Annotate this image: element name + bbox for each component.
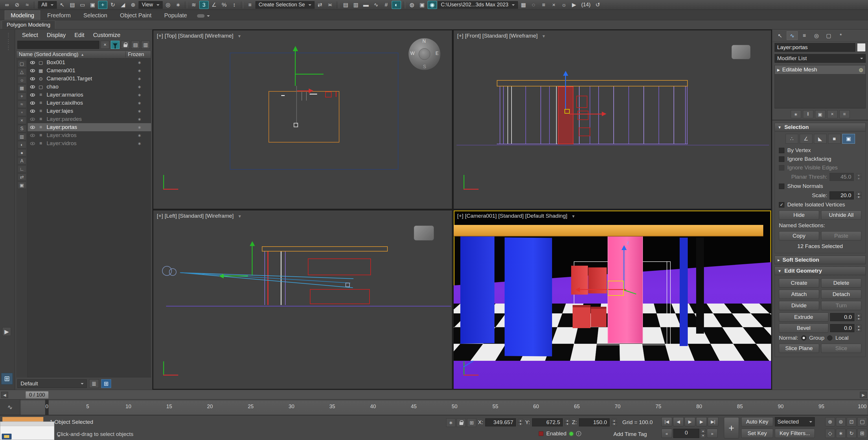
explorer-row[interactable]: ≡Layer:armarios∗ bbox=[28, 91, 151, 99]
compass-west[interactable]: W bbox=[410, 51, 414, 56]
previous-frame-button[interactable]: ◀ bbox=[673, 417, 684, 427]
material-editor-icon[interactable]: ◐ bbox=[392, 1, 401, 9]
object-dark-pillar[interactable] bbox=[696, 238, 704, 334]
display-children-icon[interactable]: ∟ bbox=[18, 165, 26, 173]
tab-polygon-modeling[interactable]: Polygon Modeling bbox=[2, 21, 55, 29]
explorer-grid-toggle-icon[interactable]: ⊞ bbox=[101, 379, 111, 388]
utilities-tab[interactable]: * bbox=[835, 31, 846, 40]
display-shapes-icon[interactable]: △ bbox=[18, 68, 26, 75]
frozen-cell-icon[interactable]: ∗ bbox=[128, 116, 151, 122]
red-cabinet-outline[interactable] bbox=[310, 289, 370, 304]
display-space-warps-icon[interactable]: ≈ bbox=[18, 101, 26, 108]
element-mode-icon[interactable]: ▣ bbox=[842, 134, 855, 144]
explorer-row[interactable]: ▢chao∗ bbox=[28, 83, 151, 91]
motion-tab[interactable]: ◎ bbox=[811, 31, 822, 40]
zoom-extents-icon[interactable]: ⊡ bbox=[846, 417, 857, 427]
y-coordinate-field[interactable]: 672.5 bbox=[532, 418, 563, 427]
ribbon-tab-freeform[interactable]: Freeform bbox=[41, 11, 76, 20]
edge-mode-icon[interactable]: ∠ bbox=[800, 134, 812, 144]
hide-button[interactable]: Hide bbox=[779, 210, 819, 220]
gizmo-x-axis[interactable] bbox=[569, 113, 602, 114]
hierarchy-view-icon[interactable]: ▥ bbox=[141, 41, 150, 49]
ribbon-pill-icon[interactable] bbox=[197, 14, 205, 18]
select-and-rotate-icon[interactable]: ↻ bbox=[108, 1, 118, 9]
wall-column-line[interactable] bbox=[644, 87, 644, 144]
paste-button[interactable]: Paste bbox=[821, 231, 861, 240]
delete-isolated-vertices-checkbox[interactable]: ✓Delete Isolated Vertices bbox=[776, 200, 864, 209]
frozen-cell-icon[interactable]: ∗ bbox=[128, 141, 151, 146]
set-keys-button[interactable]: + bbox=[724, 417, 739, 439]
gizmo-y-axis[interactable] bbox=[295, 51, 296, 86]
select-object-icon[interactable]: ↖ bbox=[58, 1, 67, 9]
gizmo-z-axis[interactable] bbox=[565, 75, 566, 109]
attach-button[interactable]: Attach bbox=[779, 290, 819, 299]
create-button[interactable]: Create bbox=[779, 278, 819, 287]
viewport-front[interactable]: [+] [Front] [Standard] [Wireframe]▼ bbox=[454, 30, 771, 209]
list-view-icon[interactable]: ▤ bbox=[131, 41, 140, 49]
camera-target-box[interactable] bbox=[345, 283, 350, 287]
wall-column-line[interactable] bbox=[500, 87, 500, 144]
clear-search-icon[interactable]: × bbox=[101, 41, 110, 49]
show-normals-checkbox[interactable]: Show Normals bbox=[776, 182, 864, 191]
make-unique-icon[interactable]: ▣ bbox=[815, 110, 826, 118]
slice-button[interactable]: Slice bbox=[821, 344, 861, 353]
angle-snap-icon[interactable]: ∠ bbox=[210, 1, 219, 9]
selection-lock-icon[interactable] bbox=[457, 418, 466, 427]
ribbon-tab-modeling[interactable]: Modeling bbox=[5, 10, 40, 20]
viewport-menu-caret-icon[interactable]: ▼ bbox=[541, 34, 546, 38]
wall-column-line[interactable] bbox=[503, 87, 504, 144]
filter-icon[interactable] bbox=[111, 41, 120, 49]
rollout-selection-header[interactable]: ▼ Selection bbox=[775, 123, 866, 132]
unlink-selection-icon[interactable]: ⊘ bbox=[12, 1, 22, 9]
lights-toggle-icon[interactable]: ☼ bbox=[559, 1, 568, 9]
explorer-row[interactable]: ≡Layer:portas∗ bbox=[28, 123, 151, 131]
select-and-place-icon[interactable]: ⊕ bbox=[128, 1, 138, 9]
wall-column-line[interactable] bbox=[685, 87, 686, 144]
stack-onoff-bulb-icon[interactable]: ◍ bbox=[859, 67, 863, 73]
viewport-top-label[interactable]: [+] [Top] [Standard] [Wireframe]▼ bbox=[157, 33, 241, 39]
viewcube-mini[interactable] bbox=[732, 45, 750, 59]
refresh-icon[interactable]: ↺ bbox=[593, 1, 602, 9]
rollout-edit-geometry-header[interactable]: ▼ Edit Geometry bbox=[775, 267, 866, 275]
display-containers-icon[interactable]: ▥ bbox=[18, 133, 26, 140]
schematic-view-icon[interactable]: # bbox=[382, 1, 391, 9]
turn-button[interactable]: Turn bbox=[821, 301, 861, 310]
object-name-field[interactable]: Layer:portas bbox=[775, 43, 855, 52]
column-frozen[interactable]: Frozen bbox=[125, 52, 151, 58]
red-window-outline[interactable] bbox=[578, 111, 589, 120]
key-filters-button[interactable]: Key Filters... bbox=[775, 429, 815, 438]
add-time-tag-button[interactable]: Add Time Tag bbox=[613, 431, 647, 437]
enabled-label[interactable]: Enabled bbox=[546, 431, 566, 437]
ribbon-tab-selection[interactable]: Selection bbox=[78, 11, 113, 20]
normal-group-radio[interactable] bbox=[801, 335, 806, 341]
current-frame-field[interactable]: 0 bbox=[673, 429, 699, 438]
viewport-left-label[interactable]: [+] [Left] [Standard] [Wireframe]▼ bbox=[157, 213, 242, 219]
gizmo-toggle-icon[interactable]: ∗ bbox=[446, 418, 456, 427]
scene-explorer-toggle-icon[interactable]: ▤ bbox=[341, 1, 350, 9]
project-folder-dropdown[interactable]: C:\Users\202...3ds Max 2023 bbox=[438, 1, 518, 9]
lock-cell-editing-icon[interactable]: ▣ bbox=[18, 181, 26, 189]
viewport-front-label[interactable]: [+] [Front] [Standard] [Wireframe]▼ bbox=[457, 33, 546, 39]
stack-item-editable-mesh[interactable]: ▸ Editable Mesh ◍ bbox=[775, 65, 865, 74]
ribbon-toggle-icon[interactable]: ▬ bbox=[361, 1, 371, 9]
create-tab[interactable]: ↖ bbox=[775, 31, 785, 40]
extrude-value[interactable]: 0.0 bbox=[830, 313, 855, 321]
visibility-eye-icon[interactable] bbox=[30, 77, 35, 80]
zoom-icon[interactable]: ⊕ bbox=[825, 417, 835, 427]
frozen-cell-icon[interactable]: ∗ bbox=[128, 100, 151, 106]
time-slider-track[interactable]: ◀ 0 / 100 ▶ bbox=[0, 390, 868, 400]
key-step-back-button[interactable]: « bbox=[661, 429, 672, 438]
object-house-plan[interactable] bbox=[269, 91, 339, 142]
wall-column-line[interactable] bbox=[525, 87, 526, 144]
explorer-row[interactable]: ≡Layer:vidros∗ bbox=[28, 139, 151, 147]
viewport-camera-label[interactable]: [+] [Camera001] [Standard] [Default Shad… bbox=[457, 213, 576, 219]
render-icon[interactable]: ◉ bbox=[428, 1, 437, 9]
gizmo-plane-handle[interactable] bbox=[608, 281, 624, 296]
zoom-all-icon[interactable]: ⊚ bbox=[836, 417, 846, 427]
roof-slab-outline[interactable] bbox=[497, 80, 688, 87]
compass-south[interactable]: S bbox=[423, 64, 426, 69]
time-slider-next-button[interactable]: ▶ bbox=[860, 392, 867, 398]
snaps-toggle-icon[interactable]: 3 bbox=[199, 1, 209, 9]
xview-icon[interactable]: × bbox=[549, 1, 558, 9]
viewport-menu-caret-icon[interactable]: ▼ bbox=[238, 34, 242, 38]
